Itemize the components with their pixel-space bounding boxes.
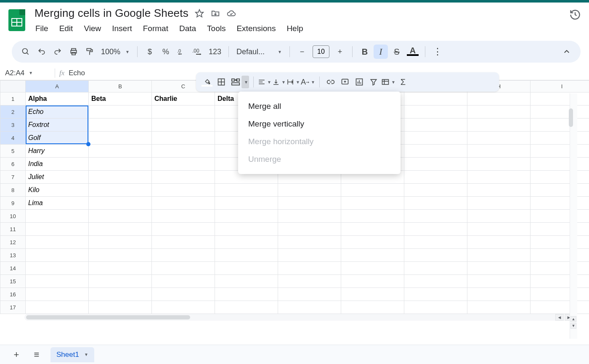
- row-header[interactable]: 16: [0, 288, 26, 301]
- cell[interactable]: [152, 158, 215, 171]
- table-view-button[interactable]: ▼: [381, 75, 395, 89]
- cell[interactable]: [215, 210, 278, 223]
- cell[interactable]: [404, 106, 467, 119]
- cell[interactable]: [152, 119, 215, 132]
- row-header[interactable]: 14: [0, 262, 26, 275]
- search-menus-icon[interactable]: [19, 45, 33, 59]
- cell[interactable]: Juliet: [26, 171, 89, 184]
- borders-button[interactable]: [215, 75, 228, 89]
- cell[interactable]: [341, 301, 404, 314]
- cell[interactable]: [467, 262, 531, 275]
- insert-comment-button[interactable]: [338, 75, 352, 89]
- cell[interactable]: [89, 275, 152, 288]
- cell[interactable]: [467, 210, 531, 223]
- cell[interactable]: [404, 158, 467, 171]
- cell[interactable]: Alpha: [26, 92, 89, 106]
- cell[interactable]: [278, 288, 341, 301]
- decrease-decimal-icon[interactable]: .0: [175, 45, 189, 59]
- row-header[interactable]: 13: [0, 249, 26, 262]
- column-header[interactable]: B: [89, 81, 152, 92]
- cell[interactable]: [531, 92, 589, 106]
- row-header[interactable]: 11: [0, 223, 26, 236]
- toolbar-collapse-icon[interactable]: [560, 45, 574, 59]
- cell[interactable]: [404, 145, 467, 158]
- row-header[interactable]: 8: [0, 184, 26, 197]
- cell[interactable]: [404, 236, 467, 249]
- cell[interactable]: [531, 158, 589, 171]
- cell[interactable]: [278, 236, 341, 249]
- cell[interactable]: [152, 288, 215, 301]
- vertical-scrollbar[interactable]: [569, 108, 573, 127]
- bold-button[interactable]: B: [358, 45, 372, 59]
- move-to-folder-icon[interactable]: [210, 8, 220, 18]
- cell[interactable]: Lima: [26, 197, 89, 210]
- font-size-input[interactable]: 10: [313, 45, 329, 58]
- scroll-left-button[interactable]: ◄: [555, 314, 564, 321]
- cell[interactable]: [404, 184, 467, 197]
- row-header[interactable]: 10: [0, 210, 26, 223]
- cell[interactable]: [89, 132, 152, 145]
- cell[interactable]: India: [26, 158, 89, 171]
- cell[interactable]: [152, 301, 215, 314]
- cell[interactable]: Harry: [26, 145, 89, 158]
- cell[interactable]: [278, 262, 341, 275]
- cell[interactable]: [152, 106, 215, 119]
- cell[interactable]: [341, 236, 404, 249]
- row-header[interactable]: 5: [0, 145, 26, 158]
- cell[interactable]: [531, 236, 589, 249]
- cell[interactable]: [467, 249, 531, 262]
- cell[interactable]: [341, 223, 404, 236]
- all-sheets-button[interactable]: ≡: [30, 348, 43, 361]
- cell[interactable]: [531, 223, 589, 236]
- cell[interactable]: [278, 223, 341, 236]
- sheet-tab-active[interactable]: Sheet1▼: [50, 347, 94, 362]
- cell[interactable]: Echo: [26, 106, 89, 119]
- cloud-status-icon[interactable]: [226, 8, 236, 18]
- cell[interactable]: [341, 184, 404, 197]
- sheet-tab-menu-icon[interactable]: ▼: [84, 352, 88, 357]
- cell[interactable]: [341, 262, 404, 275]
- cell[interactable]: [89, 288, 152, 301]
- cell[interactable]: [404, 262, 467, 275]
- cell[interactable]: [215, 184, 278, 197]
- filter-button[interactable]: [367, 75, 380, 89]
- text-wrap-button[interactable]: ▼: [287, 75, 300, 89]
- cell[interactable]: [531, 210, 589, 223]
- cell[interactable]: [531, 262, 589, 275]
- row-header[interactable]: 9: [0, 197, 26, 210]
- cell[interactable]: [215, 262, 278, 275]
- insert-link-button[interactable]: [324, 75, 337, 89]
- number-format-button[interactable]: 123: [207, 45, 223, 59]
- cell[interactable]: [215, 275, 278, 288]
- cell[interactable]: [467, 106, 531, 119]
- undo-icon[interactable]: [34, 45, 49, 59]
- font-size-decrease-button[interactable]: −: [295, 45, 309, 59]
- redo-icon[interactable]: [50, 45, 65, 59]
- percent-format-button[interactable]: %: [159, 45, 173, 59]
- cell[interactable]: [467, 92, 531, 106]
- column-header[interactable]: I: [531, 81, 589, 92]
- strikethrough-button[interactable]: S: [390, 45, 404, 59]
- cell[interactable]: [278, 184, 341, 197]
- cell[interactable]: [89, 158, 152, 171]
- italic-button[interactable]: I: [374, 45, 388, 59]
- cell[interactable]: [89, 223, 152, 236]
- scroll-up-button[interactable]: ▲: [570, 316, 576, 322]
- cell[interactable]: [152, 236, 215, 249]
- cell[interactable]: [278, 301, 341, 314]
- cell[interactable]: [531, 106, 589, 119]
- cell[interactable]: [404, 275, 467, 288]
- cell[interactable]: [404, 288, 467, 301]
- cell[interactable]: [152, 262, 215, 275]
- cell[interactable]: [531, 184, 589, 197]
- fill-color-button[interactable]: [200, 75, 214, 89]
- cell[interactable]: [152, 197, 215, 210]
- row-header[interactable]: 15: [0, 275, 26, 288]
- text-rotation-button[interactable]: A➚▼: [301, 75, 315, 89]
- cell[interactable]: [404, 210, 467, 223]
- increase-decimal-icon[interactable]: .00: [191, 45, 205, 59]
- cell[interactable]: [89, 145, 152, 158]
- cell[interactable]: [404, 223, 467, 236]
- cell[interactable]: Kilo: [26, 184, 89, 197]
- merge-vertically-item[interactable]: Merge vertically: [238, 115, 401, 133]
